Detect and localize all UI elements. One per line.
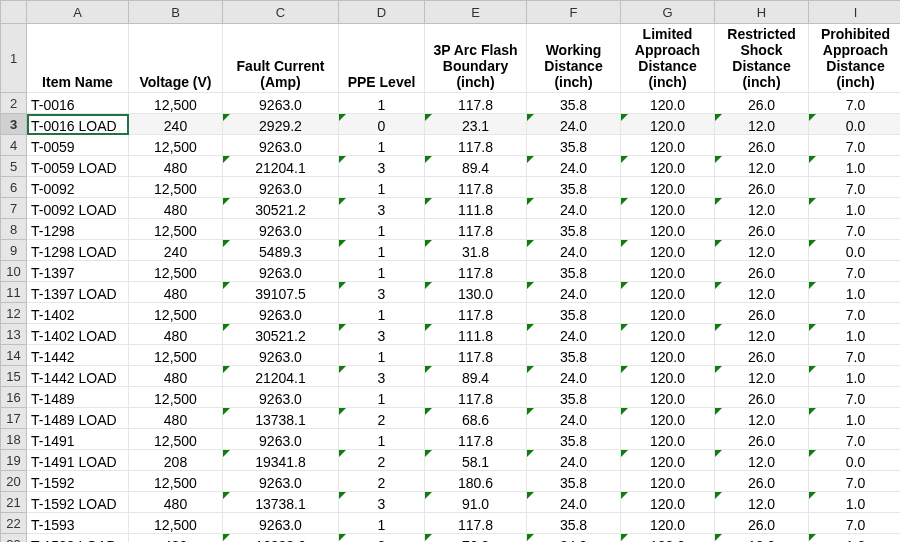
cell-F19[interactable]: 24.0 (527, 450, 621, 471)
cell-A7[interactable]: T-0092 LOAD (27, 198, 129, 219)
cell-G7[interactable]: 120.0 (621, 198, 715, 219)
cell-C14[interactable]: 9263.0 (223, 345, 339, 366)
cell-I9[interactable]: 0.0 (809, 240, 901, 261)
cell-A4[interactable]: T-0059 (27, 135, 129, 156)
row-header[interactable]: 17 (1, 408, 27, 429)
cell-F18[interactable]: 35.8 (527, 429, 621, 450)
header-cell[interactable]: 3P Arc Flash Boundary (inch) (425, 24, 527, 93)
row-header[interactable]: 11 (1, 282, 27, 303)
cell-B18[interactable]: 12,500 (129, 429, 223, 450)
cell-C3[interactable]: 2929.2 (223, 114, 339, 135)
cell-D13[interactable]: 3 (339, 324, 425, 345)
cell-C6[interactable]: 9263.0 (223, 177, 339, 198)
cell-A13[interactable]: T-1402 LOAD (27, 324, 129, 345)
cell-A14[interactable]: T-1442 (27, 345, 129, 366)
cell-H21[interactable]: 12.0 (715, 492, 809, 513)
cell-D17[interactable]: 2 (339, 408, 425, 429)
cell-G20[interactable]: 120.0 (621, 471, 715, 492)
cell-F22[interactable]: 35.8 (527, 513, 621, 534)
cell-A21[interactable]: T-1592 LOAD (27, 492, 129, 513)
cell-A20[interactable]: T-1592 (27, 471, 129, 492)
row-header[interactable]: 10 (1, 261, 27, 282)
cell-F17[interactable]: 24.0 (527, 408, 621, 429)
cell-D22[interactable]: 1 (339, 513, 425, 534)
row-header[interactable]: 21 (1, 492, 27, 513)
row-header[interactable]: 1 (1, 24, 27, 93)
cell-B3[interactable]: 240 (129, 114, 223, 135)
cell-I2[interactable]: 7.0 (809, 93, 901, 114)
cell-H17[interactable]: 12.0 (715, 408, 809, 429)
cell-B5[interactable]: 480 (129, 156, 223, 177)
header-cell[interactable]: PPE Level (339, 24, 425, 93)
column-header-E[interactable]: E (425, 1, 527, 24)
cell-H14[interactable]: 26.0 (715, 345, 809, 366)
cell-G16[interactable]: 120.0 (621, 387, 715, 408)
cell-F6[interactable]: 35.8 (527, 177, 621, 198)
cell-E20[interactable]: 180.6 (425, 471, 527, 492)
header-cell[interactable]: Restricted Shock Distance (inch) (715, 24, 809, 93)
cell-I7[interactable]: 1.0 (809, 198, 901, 219)
row-header[interactable]: 15 (1, 366, 27, 387)
cell-D10[interactable]: 1 (339, 261, 425, 282)
row-header[interactable]: 19 (1, 450, 27, 471)
cell-G11[interactable]: 120.0 (621, 282, 715, 303)
cell-F10[interactable]: 35.8 (527, 261, 621, 282)
cell-H5[interactable]: 12.0 (715, 156, 809, 177)
cell-I16[interactable]: 7.0 (809, 387, 901, 408)
column-header-G[interactable]: G (621, 1, 715, 24)
cell-H12[interactable]: 26.0 (715, 303, 809, 324)
cell-I5[interactable]: 1.0 (809, 156, 901, 177)
cell-D3[interactable]: 0 (339, 114, 425, 135)
cell-G8[interactable]: 120.0 (621, 219, 715, 240)
cell-F4[interactable]: 35.8 (527, 135, 621, 156)
cell-E13[interactable]: 111.8 (425, 324, 527, 345)
cell-H2[interactable]: 26.0 (715, 93, 809, 114)
cell-H6[interactable]: 26.0 (715, 177, 809, 198)
cell-I22[interactable]: 7.0 (809, 513, 901, 534)
cell-G21[interactable]: 120.0 (621, 492, 715, 513)
cell-G10[interactable]: 120.0 (621, 261, 715, 282)
cell-G2[interactable]: 120.0 (621, 93, 715, 114)
column-header-I[interactable]: I (809, 1, 901, 24)
row-header[interactable]: 16 (1, 387, 27, 408)
header-cell[interactable]: Voltage (V) (129, 24, 223, 93)
cell-H13[interactable]: 12.0 (715, 324, 809, 345)
cell-B2[interactable]: 12,500 (129, 93, 223, 114)
cell-D2[interactable]: 1 (339, 93, 425, 114)
cell-B11[interactable]: 480 (129, 282, 223, 303)
column-header-D[interactable]: D (339, 1, 425, 24)
row-header[interactable]: 4 (1, 135, 27, 156)
cell-C17[interactable]: 13738.1 (223, 408, 339, 429)
column-header-F[interactable]: F (527, 1, 621, 24)
cell-I20[interactable]: 7.0 (809, 471, 901, 492)
select-all-corner[interactable] (1, 1, 27, 24)
cell-B13[interactable]: 480 (129, 324, 223, 345)
column-header-B[interactable]: B (129, 1, 223, 24)
cell-B8[interactable]: 12,500 (129, 219, 223, 240)
cell-I19[interactable]: 0.0 (809, 450, 901, 471)
cell-E4[interactable]: 117.8 (425, 135, 527, 156)
cell-A23[interactable]: T-1593 LOAD (27, 534, 129, 542)
cell-E6[interactable]: 117.8 (425, 177, 527, 198)
cell-I18[interactable]: 7.0 (809, 429, 901, 450)
cell-H22[interactable]: 26.0 (715, 513, 809, 534)
cell-F15[interactable]: 24.0 (527, 366, 621, 387)
cell-G13[interactable]: 120.0 (621, 324, 715, 345)
cell-B20[interactable]: 12,500 (129, 471, 223, 492)
cell-G5[interactable]: 120.0 (621, 156, 715, 177)
cell-F9[interactable]: 24.0 (527, 240, 621, 261)
cell-D16[interactable]: 1 (339, 387, 425, 408)
cell-A8[interactable]: T-1298 (27, 219, 129, 240)
cell-A9[interactable]: T-1298 LOAD (27, 240, 129, 261)
cell-A18[interactable]: T-1491 (27, 429, 129, 450)
cell-C19[interactable]: 19341.8 (223, 450, 339, 471)
cell-F23[interactable]: 24.0 (527, 534, 621, 542)
cell-A15[interactable]: T-1442 LOAD (27, 366, 129, 387)
cell-F12[interactable]: 35.8 (527, 303, 621, 324)
cell-F14[interactable]: 35.8 (527, 345, 621, 366)
cell-D8[interactable]: 1 (339, 219, 425, 240)
cell-H23[interactable]: 12.0 (715, 534, 809, 542)
cell-D20[interactable]: 2 (339, 471, 425, 492)
cell-E23[interactable]: 76.0 (425, 534, 527, 542)
cell-F7[interactable]: 24.0 (527, 198, 621, 219)
